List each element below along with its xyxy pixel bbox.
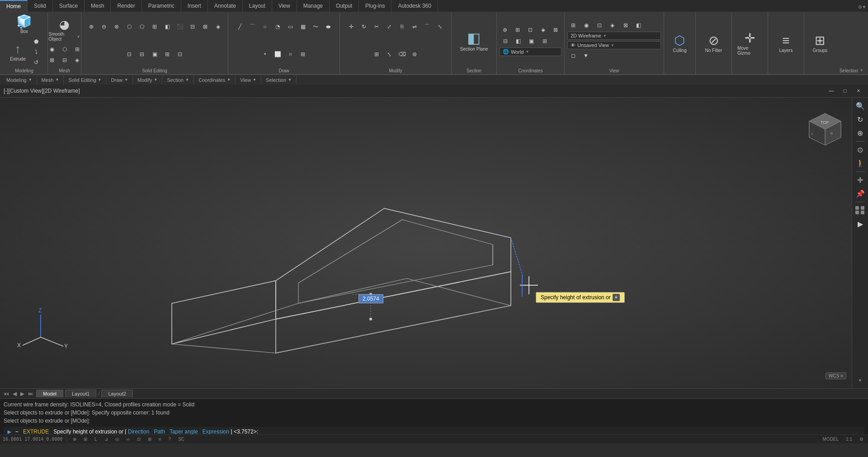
union-btn[interactable]: ⊕ <box>85 22 97 32</box>
unsaved-view-dropdown[interactable]: 👁 Unsaved View ▼ <box>567 41 661 49</box>
extrude-value-input[interactable]: 2.0574 <box>359 294 383 303</box>
move-gizmo-button[interactable]: ✛ Move Gizmo <box>735 29 765 57</box>
wipeout-btn[interactable]: ⬜ <box>272 49 283 59</box>
tab-layout1[interactable]: Layout1 <box>65 390 96 397</box>
rotate-btn[interactable]: ↻ <box>358 22 370 32</box>
tab-home[interactable]: Home <box>0 0 28 12</box>
lweight-btn[interactable]: ≡ <box>157 437 163 442</box>
coords-btn2[interactable]: ⊞ <box>512 25 524 35</box>
solid-edit-btn5[interactable]: ⊟ <box>187 22 198 32</box>
tab-model[interactable]: Model <box>36 390 63 397</box>
qp-btn[interactable]: ? <box>167 437 173 442</box>
viewport-canvas[interactable]: 2.0574 Specify height of extrusion or + … <box>0 98 868 388</box>
copy-btn[interactable]: ⎘ <box>396 22 408 32</box>
circle-btn[interactable]: ○ <box>259 22 271 32</box>
coords-btn8[interactable]: ▣ <box>526 36 538 46</box>
mirror-btn[interactable]: ⇌ <box>409 22 420 32</box>
tab-solid[interactable]: Solid <box>28 0 53 12</box>
play-btn[interactable]: ▶ <box>854 217 867 230</box>
line-btn[interactable]: ╱ <box>234 22 245 32</box>
settings-icon[interactable]: ⚙ <box>858 437 865 442</box>
sweep-btn[interactable]: ⤵ <box>30 47 42 57</box>
section-label-coordinates[interactable]: Coordinates ▼ <box>194 75 236 85</box>
draw-btn11[interactable]: ⌗ <box>284 49 296 59</box>
section-label-draw[interactable]: Draw ▼ <box>106 75 133 85</box>
spline-btn[interactable]: 〜 <box>310 22 321 32</box>
solid-edit-btn6[interactable]: ⊠ <box>199 22 211 32</box>
coords-btn3[interactable]: ⊡ <box>525 25 536 35</box>
ellipse-btn[interactable]: ⬬ <box>322 22 334 32</box>
solid-edit-btn11[interactable]: ⊞ <box>161 49 173 59</box>
solid-edit-btn10[interactable]: ▣ <box>149 49 160 59</box>
extrude-button[interactable]: ↑ Extrude <box>7 41 29 63</box>
erase-btn[interactable]: ⌫ <box>396 49 408 59</box>
tab-layout2[interactable]: Layout2 <box>101 390 132 397</box>
model-status[interactable]: MODEL <box>821 437 841 442</box>
pan-tool-btn[interactable]: 🔍 <box>854 99 867 112</box>
section-label-mesh[interactable]: Mesh ▼ <box>37 75 64 85</box>
explode-btn[interactable]: ⊛ <box>409 49 420 59</box>
tab-mesh[interactable]: Mesh <box>85 0 111 12</box>
osnap-btn[interactable]: ◎ <box>113 437 121 442</box>
orbit-tool-btn[interactable]: ↻ <box>854 113 867 126</box>
viewport-minimize-btn[interactable]: — <box>826 86 837 96</box>
scale-btn[interactable]: ⤡ <box>434 22 446 32</box>
point-btn[interactable]: • <box>259 49 271 59</box>
ducs-btn[interactable]: ⊡ <box>135 437 142 442</box>
pin-btn[interactable]: 📌 <box>854 187 867 200</box>
tab-view[interactable]: View <box>272 0 297 12</box>
tab-surface[interactable]: Surface <box>53 0 85 12</box>
solid-edit-btn7[interactable]: ◈ <box>212 22 224 32</box>
tab-nav-next[interactable]: ▶ <box>19 391 25 397</box>
box-button[interactable]: 🧊 Box <box>13 14 36 36</box>
solid-edit-btn9[interactable]: ⊟ <box>136 49 148 59</box>
subtract-btn[interactable]: ⊖ <box>98 22 110 32</box>
nav-cube[interactable]: TOP R L <box>807 111 843 147</box>
interfere-btn[interactable]: ⬡ <box>123 22 135 32</box>
otrack-btn[interactable]: ∞ <box>125 437 132 442</box>
view-btn2[interactable]: ◉ <box>580 20 592 30</box>
dyn-btn[interactable]: ⊞ <box>146 437 153 442</box>
view-btn4[interactable]: ◈ <box>607 20 618 30</box>
mesh-btn2[interactable]: ⊠ <box>46 55 58 65</box>
draw-btn12[interactable]: ⊞ <box>297 49 309 59</box>
solid-edit-btn3[interactable]: ◧ <box>161 22 173 32</box>
revolve-btn[interactable]: ↺ <box>30 57 42 67</box>
zoom-tool-btn[interactable]: ⊕ <box>854 127 867 139</box>
tab-nav-last[interactable]: ⏭ <box>27 391 34 397</box>
hatch-btn[interactable]: ▦ <box>297 22 309 32</box>
coords-btn4[interactable]: ◈ <box>538 25 549 35</box>
expand-sidebar-btn[interactable]: × <box>854 374 867 386</box>
section-plane-button[interactable]: ◧ Section Plane <box>458 28 490 53</box>
tab-a360[interactable]: Autodesk 360 <box>392 0 438 12</box>
world-dropdown[interactable]: 🌐 World ▼ <box>500 47 561 56</box>
tab-parametric[interactable]: Parametric <box>142 0 181 12</box>
solid-edit-btn4[interactable]: ⬛ <box>174 22 186 32</box>
solid-edit-btn12[interactable]: ⊡ <box>174 49 186 59</box>
extend-btn[interactable]: ⤢ <box>383 22 395 32</box>
wcs-badge[interactable]: WCS ≡ <box>826 372 846 379</box>
fillet-btn[interactable]: ⌒ <box>421 22 433 32</box>
viewport-close-btn[interactable]: × <box>853 86 864 96</box>
intersect-btn[interactable]: ⊗ <box>111 22 123 32</box>
no-filter-button[interactable]: ⊘ No Filter <box>702 31 725 55</box>
rect-btn[interactable]: ▭ <box>284 22 296 32</box>
arc-btn[interactable]: ◔ <box>272 22 283 32</box>
view-tool-btn[interactable]: ▼ <box>580 51 592 61</box>
culling-button[interactable]: ⬡ Culling <box>668 31 691 55</box>
solid-edit-btn8[interactable]: ⊡ <box>123 49 135 59</box>
groups-button[interactable]: ⊞ Groups <box>809 31 831 55</box>
mesh-smooth-btn[interactable]: ◉ <box>46 44 58 54</box>
loft-btn[interactable]: ⬟ <box>30 37 42 47</box>
tab-render[interactable]: Render <box>111 0 142 12</box>
section-label-section[interactable]: Section ▼ <box>162 75 194 85</box>
view-btn3[interactable]: ⊡ <box>594 20 605 30</box>
scale-status[interactable]: 1:1 <box>844 437 854 442</box>
wireframe-dropdown[interactable]: 2D Wireframe ▼ <box>567 32 661 40</box>
section-label-solid-editing[interactable]: Solid Editing ▼ <box>64 75 106 85</box>
coords-btn1[interactable]: ⊕ <box>500 25 511 35</box>
solid-edit-btn1[interactable]: ⬠ <box>136 22 148 32</box>
view-btn6[interactable]: ◧ <box>633 20 645 30</box>
section-label-modeling[interactable]: Modeling ▼ <box>2 75 37 85</box>
section-label-selection[interactable]: Selection ▼ <box>261 75 297 85</box>
